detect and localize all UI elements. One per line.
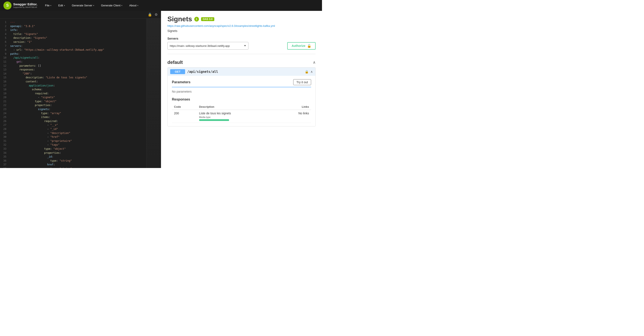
- resp-col-code: Code: [172, 104, 197, 110]
- endpoint-body: Parameters Try it out No parameters Resp…: [168, 76, 316, 126]
- no-params: No parameters: [172, 90, 311, 93]
- api-desc: Signets: [168, 29, 316, 33]
- divider: [168, 54, 316, 54]
- section-header[interactable]: default ∧: [168, 57, 316, 67]
- main-layout: 🔒 ⚙ 12345 678910 1112131415 1617181920 2…: [0, 11, 322, 168]
- nav-generate-client[interactable]: Generate Client ▾: [98, 0, 125, 11]
- api-title-row: Signets 1 OAS 3.0: [168, 15, 316, 23]
- badge-num: 1: [194, 17, 199, 21]
- settings-toolbar-icon[interactable]: ⚙: [154, 12, 158, 17]
- nav-file[interactable]: File ▾: [42, 0, 54, 11]
- minimap: [146, 18, 161, 168]
- resp-col-links: Links: [278, 104, 311, 110]
- logo-sub: Supported by SMARTBEAR: [13, 6, 37, 8]
- file-arrow-icon: ▾: [50, 4, 52, 6]
- endpoint-icons: 🔒 ∧: [305, 70, 313, 74]
- try-it-out-button[interactable]: Try it out: [293, 79, 311, 85]
- section-chevron-up-icon: ∧: [313, 60, 316, 65]
- api-title: Signets: [168, 15, 192, 23]
- logo-text: Swagger Editor.: [13, 2, 37, 6]
- servers-row: https://main--willowy-starburst-3b9aa4.n…: [168, 42, 316, 50]
- responses-label: Responses: [172, 98, 311, 101]
- edit-arrow-icon: ▾: [64, 4, 65, 6]
- nav-about[interactable]: About ▾: [127, 0, 141, 11]
- server-select[interactable]: https://main--willowy-starburst-3b9aa4.n…: [168, 42, 248, 50]
- section-title: default: [168, 60, 183, 65]
- media-type-bar: [199, 119, 229, 121]
- params-row: Parameters Try it out: [172, 79, 311, 87]
- badge-oas: OAS 3.0: [201, 17, 214, 21]
- endpoint-chevron-up-icon: ∧: [310, 70, 313, 74]
- logo-icon: S: [4, 1, 12, 9]
- topnav: S Swagger Editor. Supported by SMARTBEAR…: [0, 0, 322, 11]
- resp-description: Liste de tous les signets Media type: [197, 110, 278, 123]
- authorize-lock-icon: 🔓: [307, 44, 311, 48]
- endpoint-path: /api/signets/all: [187, 70, 302, 74]
- endpoint-header[interactable]: GET /api/signets/all 🔒 ∧: [168, 67, 316, 76]
- resp-col-description: Description: [197, 104, 278, 110]
- nav-generate-server[interactable]: Generate Server ▾: [69, 0, 97, 11]
- line-numbers: 12345 678910 1112131415 1617181920 21222…: [0, 18, 8, 168]
- api-link[interactable]: https://raw.githubusercontent.com/asynca…: [168, 24, 316, 27]
- generate-client-arrow-icon: ▾: [121, 4, 122, 6]
- endpoint-block: GET /api/signets/all 🔒 ∧ Parameters Try …: [168, 67, 316, 127]
- resp-links: No links: [278, 110, 311, 123]
- media-type-label: Media type: [199, 116, 276, 118]
- lock-toolbar-icon[interactable]: 🔒: [148, 12, 152, 17]
- params-label: Parameters: [172, 80, 190, 84]
- servers-section: Servers https://main--willowy-starburst-…: [168, 37, 316, 50]
- servers-label: Servers: [168, 37, 316, 40]
- responses-table: Code Description Links 200 Liste de tous…: [172, 104, 311, 123]
- logo-area: S Swagger Editor. Supported by SMARTBEAR: [4, 1, 37, 9]
- code-area: 12345 678910 1112131415 1617181920 21222…: [0, 18, 161, 168]
- method-badge: GET: [170, 69, 185, 74]
- authorize-button[interactable]: Authorize 🔓: [287, 42, 316, 50]
- editor-panel: 🔒 ⚙ 12345 678910 1112131415 1617181920 2…: [0, 11, 161, 168]
- resp-code: 200: [172, 110, 197, 123]
- right-panel: Signets 1 OAS 3.0 https://raw.githubuser…: [161, 11, 322, 168]
- generate-server-arrow-icon: ▾: [93, 4, 94, 6]
- nav-edit[interactable]: Edit ▾: [56, 0, 68, 11]
- about-arrow-icon: ▾: [137, 4, 138, 6]
- code-content[interactable]: --- openapi: "3.0.1" info: title: "Signe…: [8, 18, 146, 168]
- editor-toolbar: 🔒 ⚙: [0, 11, 161, 18]
- endpoint-lock-icon: 🔒: [305, 70, 309, 74]
- table-row: 200 Liste de tous les signets Media type…: [172, 110, 311, 123]
